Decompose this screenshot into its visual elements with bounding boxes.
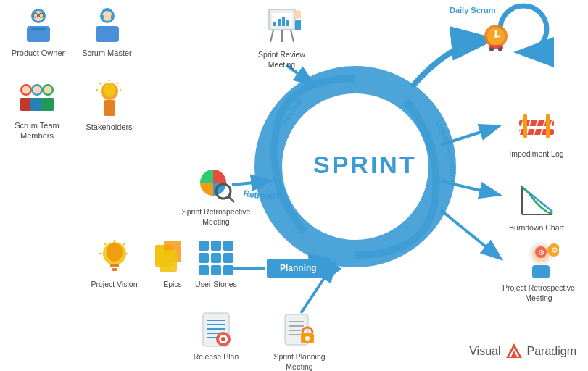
burndown-chart-box: Burndown Chart (500, 181, 573, 233)
sprint-retro-label: Sprint RetrospectiveMeeting (180, 207, 252, 227)
svg-rect-53 (273, 22, 276, 26)
svg-rect-104 (223, 265, 233, 275)
svg-rect-72 (523, 114, 527, 138)
svg-text:Review: Review (279, 96, 305, 128)
svg-rect-61 (295, 20, 301, 30)
svg-rect-56 (286, 20, 289, 26)
svg-point-85 (107, 243, 123, 262)
planning-arrow-label: Planning (267, 259, 330, 278)
epics-box: Epics (151, 239, 194, 290)
svg-rect-96 (199, 241, 209, 251)
scrum-team-box: Scrum TeamMembers (4, 80, 70, 141)
project-retro-label: Project RetrospectiveMeeting (499, 283, 579, 303)
user-stories-label: User Stories (190, 280, 242, 290)
svg-point-24 (33, 11, 44, 21)
svg-rect-100 (211, 253, 221, 263)
svg-point-45 (104, 83, 115, 97)
project-vision-box: Project Vision (87, 239, 141, 290)
brand-text: Visual (469, 345, 500, 358)
svg-marker-4 (297, 225, 308, 233)
product-owner-box: Product Owner (7, 6, 69, 58)
svg-rect-97 (211, 241, 221, 251)
epics-icon (154, 239, 191, 275)
project-retro-box: ⚙ ⚙ Project RetrospectiveMeeting (499, 239, 579, 303)
svg-line-48 (99, 83, 101, 84)
svg-point-39 (33, 86, 41, 94)
product-owner-label: Product Owner (7, 48, 69, 58)
svg-line-8 (441, 127, 497, 145)
svg-line-58 (291, 30, 294, 42)
svg-point-113 (221, 337, 225, 341)
svg-point-120 (305, 336, 310, 341)
stakeholders-label: Stakeholders (78, 122, 140, 132)
impediment-log-label: Impediment Log (500, 149, 573, 159)
scrum-master-label: Scrum Master (76, 48, 138, 58)
svg-rect-86 (110, 264, 119, 267)
sprint-review-meeting-box: Sprint ReviewMeeting (251, 6, 312, 70)
user-stories-box: User Stories (190, 239, 242, 290)
svg-text:Implementation: Implementation (433, 119, 457, 186)
svg-rect-55 (282, 17, 285, 26)
release-plan-box: Release Plan (190, 312, 242, 362)
svg-rect-54 (278, 19, 281, 26)
daily-scrum-label: Daily Scrum (450, 6, 496, 14)
sprint-review-icon (263, 6, 301, 46)
daily-scrum-icon (479, 16, 513, 54)
product-owner-icon (20, 6, 57, 43)
scrum-team-label: Scrum TeamMembers (4, 120, 70, 141)
svg-rect-44 (104, 100, 115, 116)
svg-rect-101 (223, 253, 233, 263)
svg-point-31 (102, 11, 112, 21)
stakeholders-box: Stakeholders (78, 80, 140, 132)
vp-logo-icon (505, 342, 523, 361)
sprint-planning-icon (281, 312, 318, 348)
burndown-chart-label: Burndown Chart (500, 223, 573, 233)
svg-point-18 (494, 35, 497, 38)
svg-line-47 (117, 83, 118, 84)
svg-marker-5 (405, 100, 415, 109)
svg-line-64 (228, 196, 233, 201)
project-vision-icon (96, 239, 133, 275)
svg-rect-30 (96, 26, 119, 42)
svg-rect-25 (31, 28, 46, 30)
burndown-chart-icon (518, 181, 555, 219)
svg-rect-73 (546, 114, 550, 138)
svg-rect-102 (199, 265, 209, 275)
svg-line-57 (270, 30, 273, 42)
brand-area: Visual Paradigm (469, 342, 576, 361)
scrum-master-box: Scrum Master (76, 6, 138, 58)
svg-line-89 (123, 243, 125, 245)
sprint-planning-label: Sprint PlanningMeeting (267, 352, 332, 371)
svg-rect-32 (101, 15, 104, 19)
svg-rect-87 (112, 268, 117, 271)
planning-arrow-head (328, 259, 341, 279)
impediment-log-icon (518, 107, 555, 145)
svg-rect-81 (532, 265, 550, 278)
svg-line-7 (441, 210, 499, 257)
user-stories-icon (197, 239, 235, 275)
svg-point-42 (44, 86, 51, 94)
svg-line-9 (441, 181, 497, 194)
svg-rect-98 (223, 241, 233, 251)
stakeholders-icon (91, 80, 128, 117)
sprint-retro-icon (197, 165, 235, 203)
sprint-review-label: Sprint ReviewMeeting (251, 50, 312, 70)
svg-rect-99 (199, 253, 209, 263)
svg-text:⚙: ⚙ (538, 249, 544, 257)
project-vision-label: Project Vision (87, 280, 141, 290)
sprint-retro-box: Sprint RetrospectiveMeeting (180, 165, 252, 227)
scrum-team-icon (17, 80, 57, 116)
impediment-log-box: Impediment Log (500, 107, 573, 159)
svg-rect-95 (160, 250, 177, 272)
svg-line-90 (104, 243, 106, 245)
sprint-label: SPRINT (313, 151, 417, 179)
svg-text:⚙: ⚙ (551, 246, 558, 254)
release-plan-label: Release Plan (190, 352, 242, 362)
scrum-master-icon (88, 6, 126, 43)
svg-rect-103 (211, 265, 221, 275)
brand-product: Paradigm (527, 345, 576, 358)
svg-point-36 (22, 86, 30, 94)
epics-label: Epics (151, 280, 194, 290)
sprint-planning-box: Sprint PlanningMeeting (267, 312, 332, 371)
svg-rect-33 (111, 15, 114, 19)
